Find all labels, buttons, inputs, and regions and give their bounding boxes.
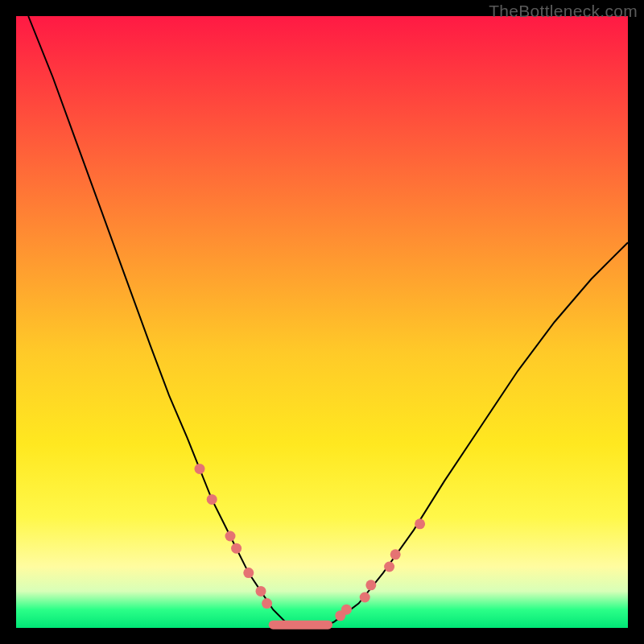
marker-dot — [207, 494, 217, 505]
marker-dot — [415, 518, 425, 529]
marker-dot — [360, 592, 370, 603]
marker-dots — [195, 464, 426, 621]
marker-dot — [384, 562, 394, 572]
marker-dot — [365, 580, 376, 590]
bottleneck-curve-line — [28, 16, 628, 628]
bottleneck-chart — [16, 16, 628, 628]
marker-dot — [195, 464, 205, 474]
marker-dot — [390, 549, 401, 559]
marker-dot — [262, 598, 272, 609]
marker-dot — [243, 568, 254, 578]
chart-frame: TheBottleneck.com — [0, 0, 644, 644]
marker-dot — [256, 586, 266, 597]
marker-dot — [341, 605, 352, 615]
marker-dot — [231, 543, 242, 554]
marker-dot — [225, 531, 236, 542]
